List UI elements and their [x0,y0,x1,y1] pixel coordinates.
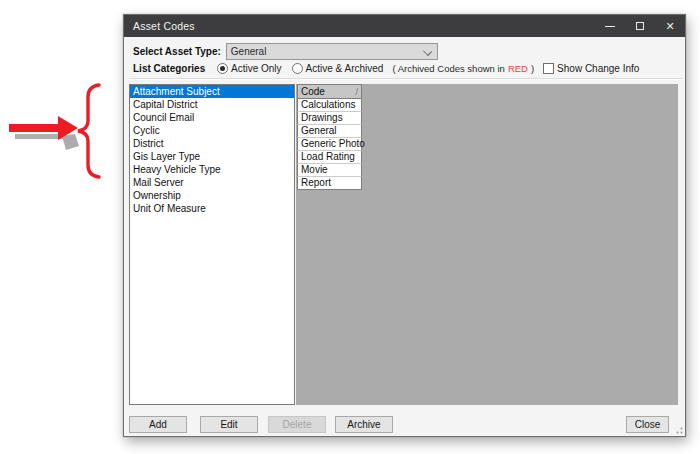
window-controls: ✕ [595,15,685,37]
grid-row[interactable]: Calculations [297,99,362,112]
title-bar[interactable]: Asset Codes ✕ [124,15,685,37]
categories-listbox: Attachment Subject Capital District Coun… [129,84,295,405]
list-item[interactable]: Council Email [130,111,294,124]
archived-note-suffix: ) [531,63,534,74]
list-item[interactable]: Mail Server [130,176,294,189]
list-item[interactable]: Attachment Subject [130,85,294,98]
sort-ascending-icon: / [355,87,358,97]
list-item[interactable]: Capital District [130,98,294,111]
radio-active-archived[interactable] [292,63,303,74]
grid-row[interactable]: General [297,125,362,138]
radio-active-only-label[interactable]: Active Only [231,63,282,74]
radio-active-only[interactable] [217,63,228,74]
show-change-info-label[interactable]: Show Change Info [557,63,639,74]
list-item[interactable]: Heavy Vehicle Type [130,163,294,176]
edit-button[interactable]: Edit [200,416,258,433]
list-item[interactable]: Ownership [130,189,294,202]
grid-row[interactable]: Generic Photo [297,138,362,151]
minimize-button[interactable] [595,15,625,37]
asset-type-row: Select Asset Type: General [133,42,676,60]
close-button[interactable]: ✕ [655,15,685,37]
add-button[interactable]: Add [129,416,187,433]
archived-note-prefix: ( Archived Codes shown in [392,63,504,74]
minimize-icon [605,26,615,27]
list-categories-row: List Categories Active Only Active & Arc… [133,60,679,77]
asset-type-select[interactable]: General [226,43,438,60]
delete-button: Delete [268,416,326,433]
radio-active-archived-label[interactable]: Active & Archived [306,63,384,74]
maximize-icon [636,22,644,30]
archive-button[interactable]: Archive [335,416,393,433]
grid-row[interactable]: Load Rating [297,151,362,164]
list-item[interactable]: Cyclic [130,124,294,137]
archived-note-red-text: RED [508,63,528,74]
codes-grid: Code / Calculations Drawings General Gen… [297,84,362,190]
close-dialog-button[interactable]: Close [626,416,669,433]
codes-panel: Code / Calculations Drawings General Gen… [296,84,678,405]
annotation-arrow [5,113,97,159]
list-item[interactable]: Unit Of Measure [130,202,294,215]
list-categories-label: List Categories [133,63,217,74]
list-item[interactable]: District [130,137,294,150]
annotation-brace [72,82,104,180]
close-icon: ✕ [665,20,674,33]
grid-row[interactable]: Drawings [297,112,362,125]
grid-row[interactable]: Movie [297,164,362,177]
radio-dot-icon [220,66,225,71]
maximize-button[interactable] [625,15,655,37]
codes-column-header[interactable]: Code / [297,84,362,99]
chevron-down-icon [423,47,432,56]
window-title: Asset Codes [124,20,195,32]
asset-type-value: General [227,46,267,57]
resize-grip[interactable] [674,425,683,434]
grid-row[interactable]: Report [297,177,362,190]
list-item[interactable]: Gis Layer Type [130,150,294,163]
codes-header-label: Code [301,86,325,97]
archived-note: ( Archived Codes shown inRED) [392,63,534,74]
asset-type-label: Select Asset Type: [133,46,221,57]
asset-codes-dialog: Asset Codes ✕ Select Asset Type: General… [123,14,686,437]
show-change-info-checkbox[interactable] [543,63,554,74]
section-divider [129,78,682,80]
